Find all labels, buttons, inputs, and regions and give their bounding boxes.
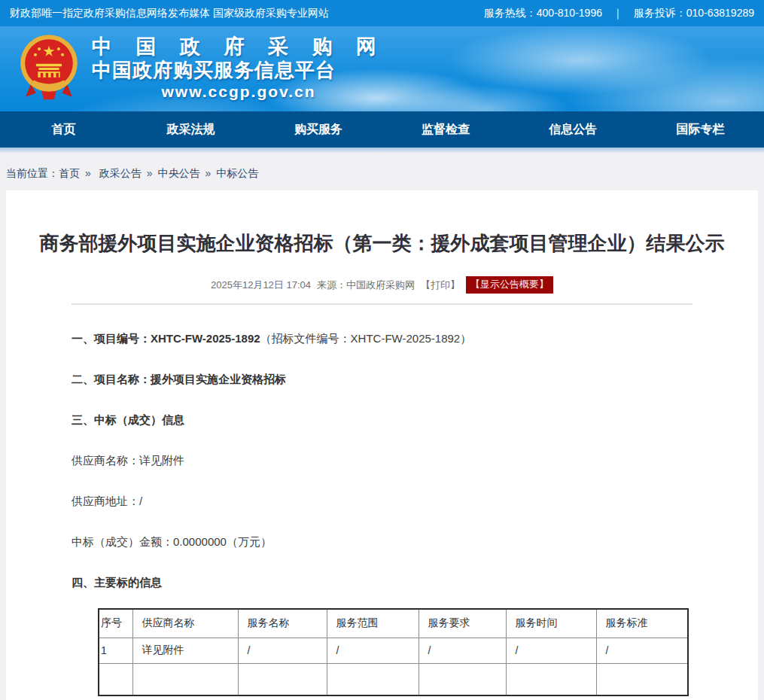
article-meta: 2025年12月12日 17:04 来源：中国政府采购网 【打印】 【显示公告概… xyxy=(6,276,758,294)
breadcrumb-central[interactable]: 中央公告 xyxy=(157,167,199,179)
platform-name: 中国政府购买服务信息平台 xyxy=(92,59,385,82)
col-header-service-time: 服务时间 xyxy=(506,609,596,638)
chevron-separator-icon: » xyxy=(85,167,91,179)
nav-fade-strip xyxy=(0,148,764,154)
national-emblem-icon xyxy=(17,33,81,102)
show-summary-button[interactable]: 【显示公告概要】 xyxy=(466,276,553,294)
cell-empty xyxy=(596,663,688,695)
cell-empty xyxy=(99,663,132,695)
nav-item-supervise[interactable]: 监督检查 xyxy=(382,111,510,148)
cell-empty xyxy=(132,663,238,695)
nav-item-home[interactable]: 首页 xyxy=(0,111,127,148)
site-name: 中 国 政 府 采 购 网 xyxy=(92,35,385,59)
col-header-service-name: 服务名称 xyxy=(238,609,327,638)
breadcrumb-zhengcai[interactable]: 政采公告 xyxy=(99,167,142,179)
cell-supplier: 详见附件 xyxy=(132,638,238,663)
site-slogan: 财政部唯一指定政府采购信息网络发布媒体 国家级政府采购专业网站 xyxy=(10,7,329,20)
cell-empty xyxy=(419,663,506,695)
table-row xyxy=(99,663,688,695)
nav-item-notices[interactable]: 信息公告 xyxy=(510,111,637,148)
topbar-divider: ｜ xyxy=(613,7,623,20)
topbar-contacts: 服务热线：400-810-1996 ｜ 服务投诉：010-63819289 xyxy=(484,7,754,20)
main-nav: 首页 政采法规 购买服务 监督检查 信息公告 国际专栏 xyxy=(0,111,764,148)
col-header-service-req: 服务要求 xyxy=(419,609,506,638)
article-sheet: 商务部援外项目实施企业资格招标（第一类：援外成套项目管理企业）结果公示 2025… xyxy=(6,190,758,700)
breadcrumb: 当前位置：首页» 政采公告»中央公告»中标公告 xyxy=(0,154,764,190)
article-source: 来源：中国政府采购网 xyxy=(317,278,415,292)
chevron-separator-icon: » xyxy=(147,167,153,179)
site-header: 中 国 政 府 采 购 网 中国政府购买服务信息平台 www.ccgp.gov.… xyxy=(0,26,764,111)
col-header-service-std: 服务标准 xyxy=(596,609,688,638)
site-logo[interactable]: 中 国 政 府 采 购 网 中国政府购买服务信息平台 www.ccgp.gov.… xyxy=(17,33,385,102)
breadcrumb-prefix: 当前位置： xyxy=(6,167,59,179)
table-row: 1 详见附件 / / / / / xyxy=(99,638,688,663)
site-title-block: 中 国 政 府 采 购 网 中国政府购买服务信息平台 www.ccgp.gov.… xyxy=(92,35,385,102)
breadcrumb-home[interactable]: 首页 xyxy=(59,167,80,179)
bid-result-table: 序号 供应商名称 服务名称 服务范围 服务要求 服务时间 服务标准 1 详见附件… xyxy=(98,608,689,696)
breadcrumb-award[interactable]: 中标公告 xyxy=(216,167,258,179)
award-amount-line: 中标（成交）金额：0.0000000（万元） xyxy=(72,534,692,549)
main-subject-heading: 四、主要标的信息 xyxy=(72,574,692,590)
cell-empty xyxy=(506,663,596,695)
service-complaint: 服务投诉：010-63819289 xyxy=(634,7,754,20)
service-hotline: 服务热线：400-810-1996 xyxy=(484,7,602,20)
project-number-line: 一、项目编号：XHTC-FW-2025-1892（招标文件编号：XHTC-FW-… xyxy=(72,330,692,346)
supplier-address-line: 供应商地址：/ xyxy=(72,493,692,509)
cell-service-req: / xyxy=(419,638,506,663)
col-header-seq: 序号 xyxy=(99,609,132,638)
cell-service-std: / xyxy=(596,638,688,663)
site-url: www.ccgp.gov.cn xyxy=(92,82,385,102)
cell-seq: 1 xyxy=(99,638,132,663)
chevron-separator-icon: » xyxy=(205,167,211,179)
cell-service-time: / xyxy=(506,638,596,663)
col-header-service-scope: 服务范围 xyxy=(327,609,419,638)
cell-service-name: / xyxy=(238,638,327,663)
meta-divider xyxy=(72,303,692,305)
top-utility-bar: 财政部唯一指定政府采购信息网络发布媒体 国家级政府采购专业网站 服务热线：400… xyxy=(0,0,764,26)
nav-item-international[interactable]: 国际专栏 xyxy=(637,111,764,148)
nav-item-laws[interactable]: 政采法规 xyxy=(127,111,254,148)
project-name-line: 二、项目名称：援外项目实施企业资格招标 xyxy=(72,371,692,387)
cell-empty xyxy=(327,663,419,695)
col-header-supplier: 供应商名称 xyxy=(132,609,238,638)
print-button[interactable]: 【打印】 xyxy=(421,278,460,292)
article-body: 一、项目编号：XHTC-FW-2025-1892（招标文件编号：XHTC-FW-… xyxy=(72,330,692,590)
table-header-row: 序号 供应商名称 服务名称 服务范围 服务要求 服务时间 服务标准 xyxy=(99,609,688,638)
supplier-name-line: 供应商名称：详见附件 xyxy=(72,452,692,468)
publish-datetime: 2025年12月12日 17:04 xyxy=(211,278,311,292)
cell-empty xyxy=(238,663,327,695)
nav-item-purchase[interactable]: 购买服务 xyxy=(254,111,382,148)
award-info-heading: 三、中标（成交）信息 xyxy=(72,412,692,428)
cell-service-scope: / xyxy=(327,638,419,663)
page-title: 商务部援外项目实施企业资格招标（第一类：援外成套项目管理企业）结果公示 xyxy=(29,230,735,257)
